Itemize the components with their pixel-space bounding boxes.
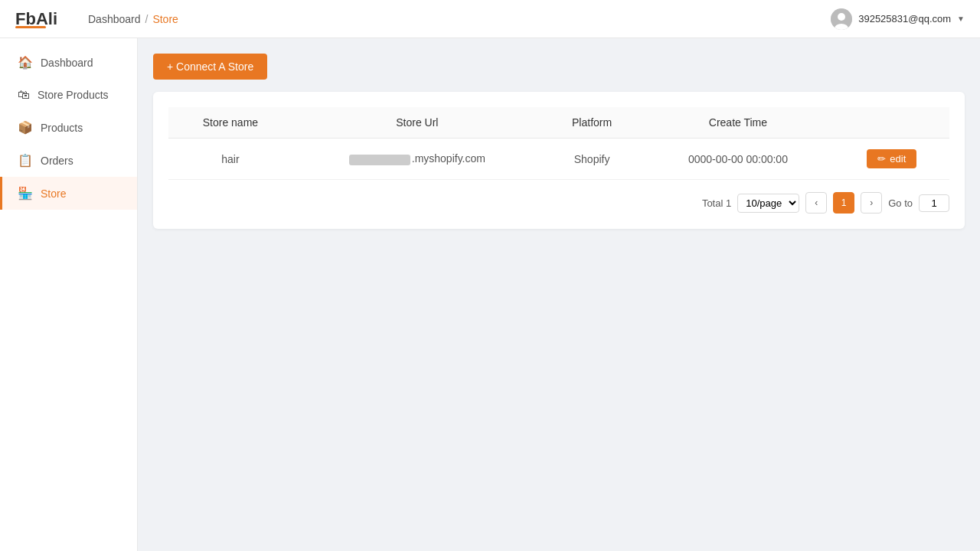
goto-label: Go to (888, 197, 913, 209)
chevron-down-icon: ▼ (957, 15, 965, 23)
store-url-suffix: .myshopify.com (412, 152, 485, 165)
cell-create-time: 0000-00-00 00:00:00 (642, 139, 834, 180)
col-actions (835, 107, 949, 139)
table-header-row: Store name Store Url Platform Create Tim… (168, 107, 949, 139)
user-email: 392525831@qq.com (858, 13, 951, 24)
home-icon: 🏠 (18, 55, 33, 70)
sidebar-item-dashboard[interactable]: 🏠 Dashboard (0, 46, 137, 79)
store-table: Store name Store Url Platform Create Tim… (168, 107, 949, 180)
store-url-blurred (349, 155, 410, 165)
col-store-name: Store name (168, 107, 292, 139)
prev-page-button[interactable]: ‹ (805, 192, 827, 214)
sidebar-item-store[interactable]: 🏪 Store (0, 177, 137, 210)
edit-icon: ✏ (877, 153, 886, 165)
edit-button[interactable]: ✏ edit (867, 149, 916, 168)
cell-store-url: .myshopify.com (292, 139, 542, 180)
layout: 🏠 Dashboard 🛍 Store Products 📦 Products … (0, 38, 980, 551)
table-row: hair .myshopify.com Shopify 0000-00-00 0… (168, 139, 949, 180)
store-icon: 🏪 (18, 186, 33, 201)
sidebar-label-store: Store (41, 187, 66, 200)
user-info[interactable]: 392525831@qq.com ▼ (831, 8, 965, 30)
goto-input[interactable] (919, 194, 949, 212)
orders-icon: 📋 (18, 153, 33, 168)
next-page-button[interactable]: › (861, 192, 882, 214)
logo-text: FbAli (15, 9, 57, 29)
breadcrumb-current: Store (152, 13, 178, 25)
cell-platform: Shopify (542, 139, 642, 180)
sidebar-label-orders: Orders (41, 155, 74, 167)
sidebar-label-dashboard: Dashboard (41, 57, 93, 69)
col-store-url: Store Url (292, 107, 542, 139)
connect-store-button[interactable]: + Connect A Store (153, 54, 267, 80)
sidebar-item-store-products[interactable]: 🛍 Store Products (0, 79, 137, 111)
sidebar-item-products[interactable]: 📦 Products (0, 111, 137, 144)
breadcrumb: Dashboard / Store (88, 13, 178, 25)
svg-point-1 (838, 13, 845, 21)
per-page-select[interactable]: 10/page 20/page 50/page (737, 194, 799, 213)
page-1-button[interactable]: 1 (833, 192, 854, 214)
col-platform: Platform (542, 107, 642, 139)
store-table-card: Store name Store Url Platform Create Tim… (153, 92, 965, 229)
products-icon: 📦 (18, 120, 33, 135)
cell-store-name: hair (168, 139, 292, 180)
edit-label: edit (890, 153, 906, 165)
sidebar-item-orders[interactable]: 📋 Orders (0, 144, 137, 177)
logo: FbAli (15, 9, 57, 28)
sidebar: 🏠 Dashboard 🛍 Store Products 📦 Products … (0, 38, 138, 551)
pagination: Total 1 10/page 20/page 50/page ‹ 1 › Go… (168, 192, 949, 214)
breadcrumb-separator: / (145, 13, 149, 25)
avatar (831, 8, 852, 30)
sidebar-label-store-products: Store Products (38, 89, 109, 101)
total-label: Total 1 (702, 197, 731, 209)
main-content: + Connect A Store Store name Store Url P… (138, 38, 980, 551)
breadcrumb-home[interactable]: Dashboard (88, 13, 141, 25)
cell-edit: ✏ edit (835, 139, 949, 180)
store-products-icon: 🛍 (18, 88, 30, 102)
app-header: FbAli Dashboard / Store 392525831@qq.com… (0, 0, 980, 38)
col-create-time: Create Time (642, 107, 834, 139)
sidebar-label-products: Products (41, 122, 83, 134)
